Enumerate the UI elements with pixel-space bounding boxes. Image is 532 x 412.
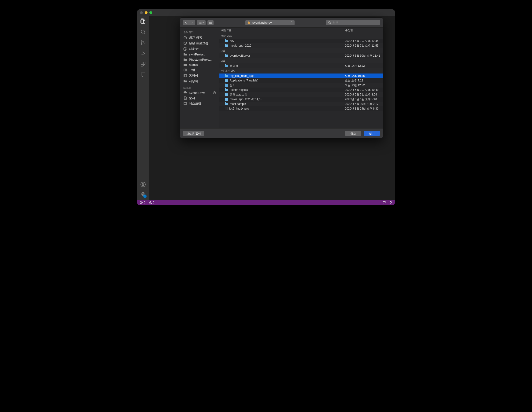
file-date: 2020년 6월 7일 오후 8:04 [343, 93, 383, 97]
desktop-icon [183, 102, 187, 106]
sidebar-item[interactable]: 문서 [180, 95, 219, 101]
sidebar-item[interactable]: 응용 프로그램 [180, 40, 219, 46]
sidebar-item[interactable]: 데스크탑 [180, 101, 219, 106]
sidebar-item[interactable]: iCloud Drive [180, 90, 219, 95]
sidebar-item[interactable]: 그림 [180, 67, 219, 73]
group-button[interactable] [208, 20, 214, 25]
file-row[interactable]: 응용 프로그램2020년 6월 7일 오후 8:04 [219, 92, 383, 97]
group-header: 더 이전 날짜 [219, 68, 383, 74]
svg-point-33 [185, 70, 186, 70]
search-icon[interactable] [140, 29, 146, 35]
sidebar-item-label: swiftProject [189, 53, 204, 56]
file-row[interactable]: react-sample2020년 5월 30일 오후 2:17 [219, 102, 383, 106]
nav-forward-button[interactable] [189, 20, 195, 25]
folder-icon [183, 79, 187, 83]
status-bar: 0 0 [137, 200, 395, 205]
sync-progress-icon [213, 91, 216, 94]
path-label: teyonkindisney [252, 21, 272, 24]
file-date: 오늘 오전 12:22 [343, 83, 383, 87]
svg-line-2 [144, 33, 145, 34]
sidebar-item-label: 동영상 [189, 74, 198, 78]
open-button[interactable]: 열기 [364, 131, 380, 136]
cloud-icon [183, 91, 187, 94]
file-row[interactable]: lec5_img14.png2020년 1월 24일 오후 6:30 [219, 106, 383, 111]
file-date: 2020년 5월 30일 오후 2:17 [343, 102, 383, 106]
svg-rect-8 [141, 62, 143, 64]
view-mode-button[interactable] [197, 20, 206, 25]
sidebar-item[interactable]: htdocs [180, 62, 219, 67]
title-bar [137, 9, 395, 16]
sidebar-item[interactable]: 사용자 [180, 78, 219, 84]
file-name: react-sample [230, 102, 246, 106]
file-name: everdevelServer [230, 54, 250, 57]
file-date: 2020년 6월 6일 오후 5:40 [343, 97, 383, 101]
sidebar-item-label: 응용 프로그램 [189, 41, 208, 46]
new-folder-button[interactable]: 새로운 폴더 [183, 131, 204, 136]
sidebar-item[interactable]: 최근 항목 [180, 35, 219, 40]
settings-gear-icon[interactable]: 1 [140, 191, 146, 197]
file-row[interactable]: 동영상오늘 오전 12:22 [219, 64, 383, 68]
explorer-icon[interactable] [140, 18, 146, 24]
file-row[interactable]: 음악오늘 오전 12:22 [219, 83, 383, 88]
folder-icon [225, 65, 228, 67]
file-date: 2020년 1월 24일 오후 6:30 [343, 107, 383, 111]
sidebar-item[interactable]: 동영상 [180, 73, 219, 78]
file-row[interactable]: movie_app_20202020년 6월 7일 오후 11:55 [219, 43, 383, 48]
window-close-button[interactable] [140, 11, 143, 14]
sidebar-item-label: 문서 [189, 96, 195, 100]
folder-icon [225, 55, 228, 57]
status-feedback-icon[interactable] [383, 201, 386, 204]
sidebar-item[interactable]: 다운로드 [180, 46, 219, 52]
extensions-icon[interactable] [140, 61, 146, 67]
folder-icon [225, 103, 228, 105]
file-row[interactable]: everdevelServer2020년 3월 30일 오후 11:41 [219, 53, 383, 58]
file-name: my_first_react_app [230, 74, 254, 77]
search-placeholder: 검색 [332, 21, 339, 25]
recents-icon [183, 36, 187, 39]
documents-icon [183, 96, 187, 100]
sidebar-item-label: 다운로드 [189, 47, 201, 51]
window-maximize-button[interactable] [149, 11, 152, 14]
remote-icon[interactable] [140, 72, 146, 78]
file-name: 응용 프로그램 [230, 93, 247, 97]
folder-icon [225, 45, 228, 47]
accounts-icon[interactable] [140, 182, 146, 187]
sidebar-item-label: htdocs [189, 63, 198, 66]
svg-rect-9 [143, 62, 145, 64]
file-name: 동영상 [230, 64, 238, 68]
run-debug-icon[interactable] [140, 51, 146, 56]
sidebar-item-label: 데스크탑 [189, 102, 201, 106]
group-header: 2월 [219, 58, 383, 64]
col-name[interactable]: 이전 7일 [219, 28, 343, 33]
sidebar-item[interactable]: PhpstormProje... [180, 57, 219, 62]
status-warnings[interactable]: 0 [149, 201, 154, 204]
file-date: 2020년 6월 9일 오후 12:44 [343, 39, 383, 43]
search-input[interactable]: 검색 [326, 20, 380, 25]
file-name: lec5_img14.png [229, 107, 249, 110]
file-date: 2020년 6월 7일 오후 11:55 [343, 44, 383, 48]
file-row[interactable]: FlutterProjects2020년 6월 9일 오후 10:49 [219, 88, 383, 92]
file-row[interactable]: Applications (Parallels)오늘 오후 7:22 [219, 78, 383, 83]
folder-icon [225, 84, 228, 87]
window-minimize-button[interactable] [145, 11, 148, 14]
settings-badge: 1 [143, 195, 147, 198]
file-list: 이전 7일 수정일 이전 30일dev2020년 6월 9일 오후 12:44m… [219, 28, 383, 128]
status-bell-icon[interactable] [389, 201, 392, 204]
sidebar-item-label: 그림 [189, 68, 195, 72]
source-control-icon[interactable] [140, 40, 146, 46]
downloads-icon [183, 47, 187, 51]
cancel-button[interactable]: 취소 [345, 131, 361, 136]
sidebar-item[interactable]: swiftProject [180, 52, 219, 57]
status-errors[interactable]: 0 [140, 201, 145, 204]
file-date: 오늘 오전 12:22 [343, 64, 383, 68]
file-row[interactable]: my_first_react_app오늘 오후 10:35 [219, 74, 383, 78]
file-row[interactable]: dev2020년 6월 9일 오후 12:44 [219, 39, 383, 43]
file-name: FlutterProjects [230, 88, 248, 92]
path-selector[interactable]: teyonkindisney ⌃⌄ [245, 20, 294, 25]
warnings-count: 0 [153, 201, 154, 204]
col-date[interactable]: 수정일 [343, 28, 383, 33]
sidebar-item-label: 사용자 [189, 79, 198, 83]
nav-back-button[interactable] [183, 20, 189, 25]
file-date: 2020년 6월 9일 오후 10:49 [343, 88, 383, 92]
file-row[interactable]: movie_app_2020のコピー2020년 6월 6일 오후 5:40 [219, 97, 383, 102]
